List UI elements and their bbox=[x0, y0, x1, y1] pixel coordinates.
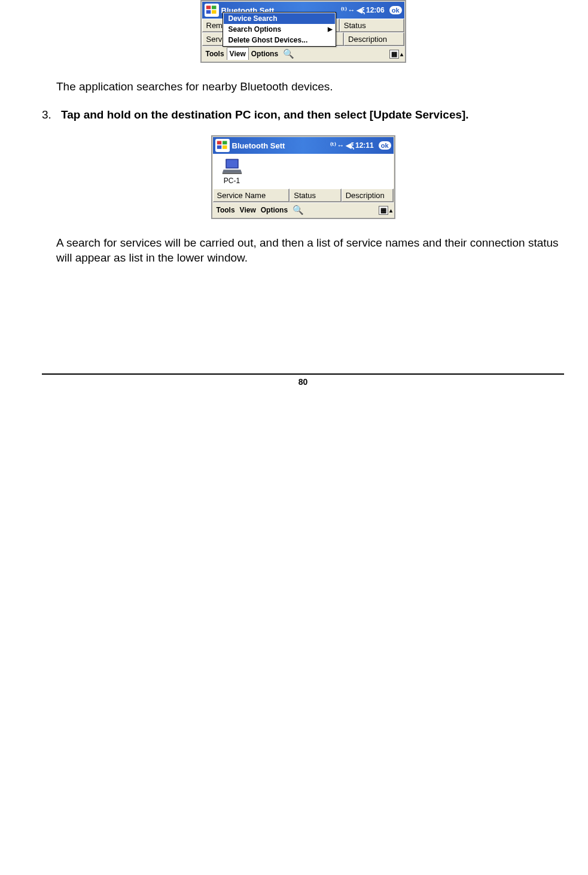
svg-rect-3 bbox=[212, 10, 217, 14]
menu-bar-2: Tools View Options 🔍 ▦ ▴ bbox=[213, 202, 394, 217]
sync-icon: ↔ bbox=[348, 6, 355, 14]
screenshot-1: Bluetooth Sett ⁽ᵗ⁾ ↔ ◀ξ 12:06 ok Remote … bbox=[200, 0, 406, 63]
svg-rect-4 bbox=[217, 141, 221, 145]
menu-tools[interactable]: Tools bbox=[214, 204, 237, 216]
sip-up-icon[interactable]: ▴ bbox=[400, 51, 403, 57]
screenshot-2: Bluetooth Sett ⁽ᵗ⁾ ↔ ◀ξ 12:11 ok bbox=[211, 135, 395, 219]
keyboard-icon[interactable]: ▦ bbox=[379, 206, 388, 215]
step-3: 3. Tap and hold on the destination PC ic… bbox=[42, 108, 564, 123]
remote-devices-area[interactable]: PC-1 bbox=[213, 154, 394, 189]
menu-search-options[interactable]: Search Options▶ bbox=[224, 24, 335, 35]
clock-time: 12:06 bbox=[366, 6, 385, 14]
step-3-text: Tap and hold on the destination PC icon,… bbox=[61, 108, 564, 123]
sip-up-icon[interactable]: ▴ bbox=[389, 207, 392, 214]
clock-time: 12:11 bbox=[355, 141, 374, 150]
search-icon[interactable]: 🔍 bbox=[290, 205, 306, 215]
svg-rect-0 bbox=[206, 6, 211, 10]
menu-view[interactable]: View bbox=[227, 47, 249, 60]
search-icon[interactable]: 🔍 bbox=[281, 48, 297, 59]
title-bar-2: Bluetooth Sett ⁽ᵗ⁾ ↔ ◀ξ 12:11 ok bbox=[213, 137, 394, 154]
device-label: PC-1 bbox=[224, 177, 240, 185]
caption-1: The application searches for nearby Blue… bbox=[56, 80, 564, 95]
step-3-number: 3. bbox=[42, 108, 55, 123]
page-footer: 80 bbox=[42, 373, 564, 387]
svg-rect-5 bbox=[223, 141, 227, 145]
caption-2: A search for services will be carried ou… bbox=[56, 236, 564, 265]
svg-rect-6 bbox=[217, 145, 221, 149]
volume-icon: ◀ξ bbox=[357, 6, 365, 14]
submenu-arrow-icon: ▶ bbox=[328, 26, 333, 32]
col-status[interactable]: Status bbox=[340, 19, 404, 32]
svg-rect-10 bbox=[222, 173, 241, 174]
start-icon[interactable] bbox=[205, 4, 219, 17]
ok-button[interactable]: ok bbox=[379, 141, 391, 150]
svg-rect-1 bbox=[212, 6, 217, 10]
menu-bar: Tools View Options 🔍 ▦ ▴ bbox=[202, 46, 404, 61]
app-title: Bluetooth Sett bbox=[232, 141, 285, 150]
sync-icon: ↔ bbox=[337, 141, 345, 150]
menu-view[interactable]: View bbox=[237, 204, 258, 216]
signal-icon: ⁽ᵗ⁾ bbox=[341, 6, 347, 14]
signal-icon: ⁽ᵗ⁾ bbox=[330, 141, 336, 150]
menu-delete-ghost-devices[interactable]: Delete Ghost Devices... bbox=[224, 35, 335, 45]
volume-icon: ◀ξ bbox=[346, 141, 354, 150]
page-number: 80 bbox=[298, 377, 308, 387]
keyboard-icon[interactable]: ▦ bbox=[389, 50, 399, 59]
laptop-icon bbox=[221, 157, 243, 175]
svg-rect-2 bbox=[206, 10, 211, 14]
svg-rect-7 bbox=[223, 145, 227, 149]
svg-rect-9 bbox=[227, 160, 237, 168]
col-service-name[interactable]: Service Name bbox=[213, 189, 290, 202]
col-description[interactable]: Description bbox=[344, 32, 404, 45]
col-service-status[interactable]: Status bbox=[290, 189, 341, 202]
menu-options[interactable]: Options bbox=[258, 204, 290, 216]
menu-device-search[interactable]: Device Search bbox=[224, 13, 335, 24]
start-icon[interactable] bbox=[215, 139, 230, 152]
device-pc-1[interactable]: PC-1 bbox=[213, 154, 251, 189]
col-description[interactable]: Description bbox=[342, 189, 394, 202]
ok-button[interactable]: ok bbox=[389, 6, 402, 14]
view-popup-menu: Device Search Search Options▶ Delete Gho… bbox=[223, 12, 336, 47]
services-header-row-2: Service Name Status Description bbox=[213, 189, 394, 202]
menu-options[interactable]: Options bbox=[249, 48, 281, 60]
menu-tools[interactable]: Tools bbox=[203, 48, 227, 60]
